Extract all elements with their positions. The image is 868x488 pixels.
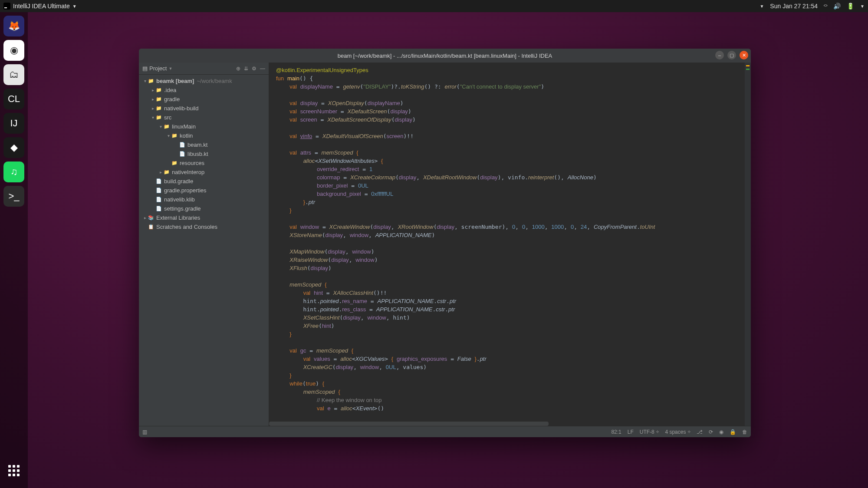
dock-chrome[interactable]: ◉ [3, 40, 24, 61]
tree-node-label: nativeInterop [172, 169, 204, 175]
warning-marker[interactable] [746, 65, 750, 66]
tree-node-label: beamk [beam] [156, 78, 194, 84]
dock-terminal[interactable]: >_ [3, 186, 24, 207]
tree-node-label: kotlin [180, 132, 193, 139]
tree-row[interactable]: ▸📚External Libraries [139, 213, 269, 222]
chevron-down-icon[interactable]: ▼ [168, 66, 172, 71]
titlebar[interactable]: beam [~/work/beamk] - .../src/linuxMain/… [139, 49, 751, 63]
tree-node-label: settings.gradle [164, 205, 201, 212]
project-sidebar-header[interactable]: ▤ Project ▼ ⊕ ⇊ ⚙ — [139, 63, 269, 75]
tree-node-label: .idea [164, 87, 176, 93]
tree-node-icon: 📁 [171, 160, 178, 167]
tree-node-label: libusb.kt [187, 151, 208, 157]
system-tray[interactable]: ▼ Sun Jan 27 21:54 ⌔ 🔊 🔋 ▼ [760, 3, 865, 10]
dock: 🦊◉🗂CLIJ◆♫>_ [0, 12, 28, 488]
tree-row[interactable]: 📄beam.kt [139, 140, 269, 149]
tree-node-icon: 📄 [155, 187, 162, 194]
tree-row[interactable]: 📁resources [139, 158, 269, 168]
dock-intellij[interactable]: IJ [3, 113, 24, 134]
tree-row[interactable]: 📄gradle.properties [139, 186, 269, 195]
tree-row[interactable]: 📄nativelib.klib [139, 195, 269, 204]
intellij-icon [3, 3, 10, 10]
tree-row[interactable]: ▾📁kotlin [139, 131, 269, 140]
git-icon[interactable]: ⎇ [697, 429, 703, 435]
battery-icon[interactable]: 🔋 [847, 3, 854, 10]
wifi-icon[interactable]: ⌔ [824, 3, 827, 10]
trash-icon[interactable]: 🗑 [742, 429, 747, 435]
tree-node-label: gradle [164, 96, 180, 102]
tree-row[interactable]: ▸📁nativelib-build [139, 104, 269, 113]
code-editor[interactable]: @kotlin.ExperimentalUnsignedTypes fun ma… [269, 63, 751, 426]
dock-files[interactable]: 🗂 [3, 64, 24, 85]
horizontal-scrollbar[interactable] [269, 422, 549, 426]
tree-node-icon: 📁 [163, 123, 170, 130]
tree-node-icon: 📁 [155, 96, 162, 103]
app-menu[interactable]: IntelliJ IDEA Ultimate ▼ [3, 3, 77, 10]
maximize-button[interactable]: ▢ [727, 51, 736, 59]
tree-arrow-icon: ▾ [150, 115, 155, 120]
tree-node-label: nativelib-build [164, 105, 199, 112]
cursor-position[interactable]: 82:1 [611, 429, 621, 435]
tree-node-label: src [164, 114, 171, 121]
notification-chevron-icon[interactable]: ▼ [760, 4, 764, 9]
statusbar-icon[interactable]: ▥ [142, 429, 147, 435]
statusbar: ▥ 82:1 LF UTF-8 ÷ 4 spaces ÷ ⎇ ⟳ ◉ 🔒 🗑 [139, 426, 751, 437]
tree-row[interactable]: ▸📁nativeInterop [139, 168, 269, 177]
tree-row[interactable]: ▾📁src [139, 113, 269, 122]
tree-node-icon: 📁 [171, 132, 178, 139]
tree-row[interactable]: ▾📁beamk [beam]~/work/beamk [139, 76, 269, 86]
indent-setting[interactable]: 4 spaces ÷ [665, 429, 690, 435]
window-title: beam [~/work/beamk] - .../src/linuxMain/… [338, 53, 552, 59]
code-content[interactable]: @kotlin.ExperimentalUnsignedTypes fun ma… [269, 63, 745, 426]
svg-rect-1 [4, 7, 7, 8]
tree-node-icon: 📚 [148, 214, 155, 221]
close-button[interactable]: ✕ [740, 51, 748, 59]
tree-row[interactable]: 📄build.gradle [139, 177, 269, 186]
tree-arrow-icon: ▾ [158, 124, 163, 129]
tree-row[interactable]: 📋Scratches and Consoles [139, 222, 269, 231]
line-separator[interactable]: LF [628, 429, 634, 435]
tree-row[interactable]: 📄settings.gradle [139, 204, 269, 213]
tree-node-label: Scratches and Consoles [156, 224, 217, 230]
clock[interactable]: Sun Jan 27 21:54 [770, 3, 818, 10]
target-icon[interactable]: ⊕ [236, 66, 240, 72]
tree-node-label: resources [180, 160, 204, 166]
file-encoding[interactable]: UTF-8 ÷ [640, 429, 659, 435]
tree-row[interactable]: ▸📁gradle [139, 95, 269, 104]
intellij-window: beam [~/work/beamk] - .../src/linuxMain/… [139, 49, 751, 437]
apps-grid-button[interactable] [3, 460, 24, 481]
inspect-icon[interactable]: ◉ [719, 429, 723, 435]
tree-row[interactable]: ▸📁.idea [139, 86, 269, 95]
dock-toolbox[interactable]: ◆ [3, 137, 24, 158]
power-chevron-icon[interactable]: ▼ [860, 4, 865, 9]
collapse-icon[interactable]: ⇊ [244, 66, 248, 72]
tree-node-label: gradle.properties [164, 187, 207, 194]
tree-row[interactable]: 📄libusb.kt [139, 149, 269, 158]
tree-arrow-icon: ▸ [150, 88, 155, 92]
svg-rect-0 [3, 3, 10, 10]
minimize-button[interactable]: – [715, 51, 724, 59]
dock-spotify[interactable]: ♫ [3, 162, 24, 182]
project-tree[interactable]: ▾📁beamk [beam]~/work/beamk▸📁.idea▸📁gradl… [139, 75, 269, 426]
system-topbar: IntelliJ IDEA Ultimate ▼ ▼ Sun Jan 27 21… [0, 0, 868, 12]
tree-node-icon: 📁 [155, 87, 162, 94]
lock-icon[interactable]: 🔒 [730, 429, 736, 435]
project-icon: ▤ [142, 65, 148, 72]
gear-icon[interactable]: ⚙ [252, 66, 256, 72]
tree-row[interactable]: ▾📁linuxMain [139, 122, 269, 131]
tree-node-label: linuxMain [172, 123, 196, 130]
dock-firefox[interactable]: 🦊 [3, 16, 24, 36]
tree-node-icon: 📄 [179, 142, 186, 148]
chevron-down-icon: ▼ [72, 4, 77, 9]
hide-icon[interactable]: — [260, 66, 265, 72]
editor-gutter-right [745, 63, 751, 426]
tree-node-icon: 📁 [155, 114, 162, 121]
tree-arrow-icon: ▸ [150, 97, 155, 102]
sync-icon[interactable]: ⟳ [709, 429, 713, 435]
dock-clion[interactable]: CL [3, 89, 24, 109]
ok-marker[interactable] [746, 69, 750, 70]
volume-icon[interactable]: 🔊 [833, 3, 841, 10]
tree-arrow-icon: ▾ [142, 79, 148, 83]
tree-node-icon: 📄 [179, 151, 186, 158]
tree-node-icon: 📄 [155, 205, 162, 212]
